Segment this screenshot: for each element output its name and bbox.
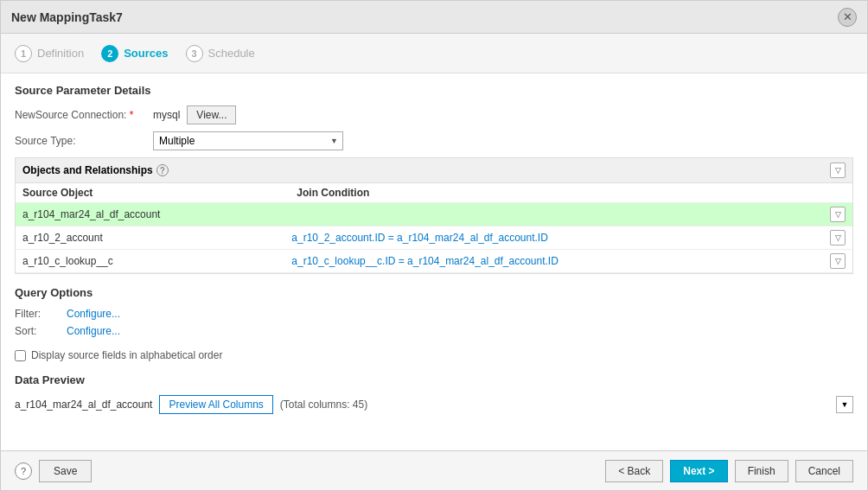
dialog: New MappingTask7 ✕ 1 Definition 2 Source… bbox=[0, 0, 868, 491]
finish-button[interactable]: Finish bbox=[735, 460, 788, 482]
row-source-text: a_r104_mar24_al_df_account bbox=[22, 208, 291, 220]
row-source-text: a_r10_2_account bbox=[22, 232, 291, 244]
table-header: Source Object Join Condition bbox=[16, 183, 852, 203]
tab-definition[interactable]: 1 Definition bbox=[15, 45, 84, 62]
row-action-btn[interactable]: ▽ bbox=[830, 207, 846, 222]
sort-configure-link[interactable]: Configure... bbox=[67, 325, 120, 337]
objects-header-title: Objects and Relationships ? bbox=[22, 164, 169, 176]
objects-relationships-header: Objects and Relationships ? ▽ bbox=[16, 158, 852, 183]
save-button[interactable]: Save bbox=[39, 460, 92, 482]
alphabetical-checkbox-row: Display source fields in alphabetical or… bbox=[15, 349, 853, 361]
dialog-title: New MappingTask7 bbox=[11, 10, 123, 24]
dialog-title-bar: New MappingTask7 ✕ bbox=[1, 1, 867, 34]
scroll-area[interactable]: Source Parameter Details NewSource Conne… bbox=[1, 73, 867, 450]
objects-help-icon[interactable]: ? bbox=[156, 164, 169, 176]
dialog-body: Source Parameter Details NewSource Conne… bbox=[1, 73, 867, 450]
source-param-title: Source Parameter Details bbox=[15, 84, 853, 97]
connection-row: NewSource Connection: * mysql View... bbox=[15, 105, 853, 124]
help-button[interactable]: ? bbox=[15, 462, 32, 480]
dialog-footer: ? Save < Back Next > Finish Cancel bbox=[1, 450, 867, 490]
next-button[interactable]: Next > bbox=[670, 460, 727, 482]
tab-sources[interactable]: 2 Sources bbox=[101, 45, 168, 62]
cancel-button[interactable]: Cancel bbox=[795, 460, 853, 482]
row-action-btn[interactable]: ▽ bbox=[830, 230, 846, 246]
connection-label: NewSource Connection: * bbox=[15, 109, 153, 121]
tab-sources-label: Sources bbox=[124, 47, 168, 60]
preview-all-columns-button[interactable]: Preview All Columns bbox=[159, 395, 272, 414]
tab-schedule-number: 3 bbox=[186, 45, 203, 62]
connection-text: mysql bbox=[153, 109, 180, 121]
tab-definition-number: 1 bbox=[15, 45, 32, 62]
data-preview-section: Data Preview a_r104_mar24_al_df_account … bbox=[15, 373, 853, 414]
tabs-bar: 1 Definition 2 Sources 3 Schedule bbox=[1, 34, 867, 73]
close-button[interactable]: ✕ bbox=[838, 8, 857, 27]
preview-dropdown-icon[interactable]: ▼ bbox=[836, 396, 853, 413]
row-join-text: a_r10_2_account.ID = a_r104_mar24_al_df_… bbox=[291, 232, 830, 244]
data-preview-title: Data Preview bbox=[15, 373, 853, 386]
table-row[interactable]: a_r10_c_lookup__c a_r10_c_lookup__c.ID =… bbox=[16, 250, 852, 273]
footer-left: ? Save bbox=[15, 460, 92, 482]
data-preview-row: a_r104_mar24_al_df_account Preview All C… bbox=[15, 395, 853, 414]
alphabetical-checkbox[interactable] bbox=[15, 350, 26, 361]
source-type-select[interactable]: Multiple bbox=[153, 131, 343, 150]
view-button[interactable]: View... bbox=[187, 105, 236, 124]
row-action-btn[interactable]: ▽ bbox=[830, 253, 846, 269]
objects-relationships-section: Objects and Relationships ? ▽ Source Obj… bbox=[15, 157, 853, 274]
col-source-header: Source Object bbox=[22, 187, 297, 199]
row-join-text: a_r10_c_lookup__c.ID = a_r104_mar24_al_d… bbox=[291, 255, 830, 267]
source-type-row: Source Type: Multiple bbox=[15, 131, 853, 150]
source-type-select-wrapper[interactable]: Multiple bbox=[153, 131, 343, 150]
query-options-title: Query Options bbox=[15, 286, 853, 299]
tab-schedule-label: Schedule bbox=[208, 47, 255, 60]
preview-object-name: a_r104_mar24_al_df_account bbox=[15, 399, 152, 411]
back-button[interactable]: < Back bbox=[605, 460, 663, 482]
required-star: * bbox=[130, 109, 134, 121]
connection-value: mysql View... bbox=[153, 105, 236, 124]
query-options-section: Query Options Filter: Configure... Sort:… bbox=[15, 286, 853, 337]
tab-schedule[interactable]: 3 Schedule bbox=[186, 45, 255, 62]
filter-label: Filter: bbox=[15, 308, 67, 320]
source-type-label: Source Type: bbox=[15, 135, 153, 147]
row-source-text: a_r10_c_lookup__c bbox=[22, 255, 291, 267]
total-columns-text: (Total columns: 45) bbox=[280, 399, 367, 411]
tab-sources-number: 2 bbox=[101, 45, 118, 62]
tab-definition-label: Definition bbox=[37, 47, 84, 60]
alphabetical-checkbox-label: Display source fields in alphabetical or… bbox=[31, 349, 222, 361]
objects-header-action[interactable]: ▽ bbox=[830, 163, 846, 178]
sort-row: Sort: Configure... bbox=[15, 325, 853, 337]
table-row[interactable]: a_r10_2_account a_r10_2_account.ID = a_r… bbox=[16, 226, 852, 250]
filter-row: Filter: Configure... bbox=[15, 308, 853, 320]
col-join-header: Join Condition bbox=[297, 187, 846, 199]
footer-right: < Back Next > Finish Cancel bbox=[605, 460, 853, 482]
sort-label: Sort: bbox=[15, 325, 67, 337]
filter-configure-link[interactable]: Configure... bbox=[67, 308, 120, 320]
table-row[interactable]: a_r104_mar24_al_df_account ▽ bbox=[16, 203, 852, 226]
